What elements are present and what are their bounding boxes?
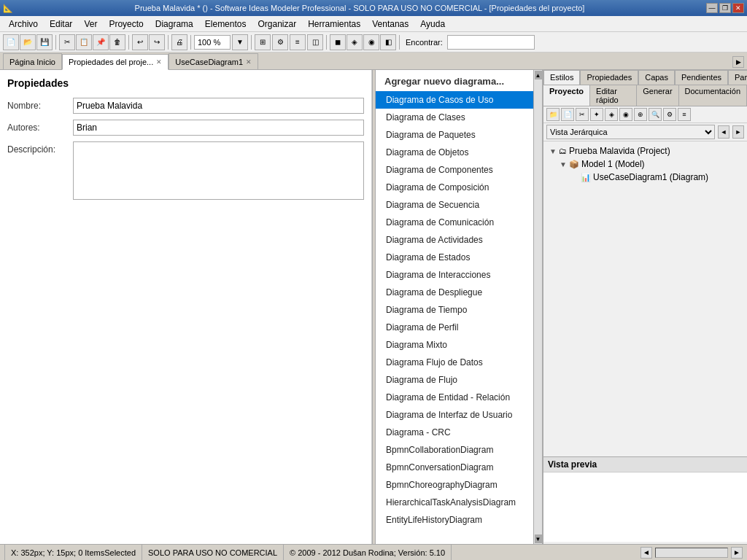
zoom-input[interactable] [194, 35, 231, 50]
menu-item-archivo[interactable]: Archivo [3, 16, 44, 31]
another-button[interactable]: ◫ [307, 34, 323, 50]
tab-nav-button[interactable]: ▶ [732, 56, 744, 68]
search-next-btn[interactable]: ► [731, 547, 743, 559]
tab-close-icon[interactable]: ✕ [246, 58, 252, 66]
diagram-item-diagrama-de-objetos[interactable]: Diagrama de Objetos [376, 144, 533, 161]
rt-btn-2[interactable]: 📄 [561, 108, 574, 121]
diagram-item-diagrama-de-comunicación[interactable]: Diagrama de Comunicación [376, 214, 533, 231]
rt-btn-7[interactable]: ⊕ [634, 108, 647, 121]
diagram-item-diagrama-de-flujo[interactable]: Diagrama de Flujo [376, 371, 533, 389]
diagram-item-diagrama-de-actividades[interactable]: Diagrama de Actividades [376, 231, 533, 249]
diagram-item-diagrama-de-secuencia[interactable]: Diagrama de Secuencia [376, 196, 533, 214]
close-button[interactable]: ✕ [732, 3, 744, 13]
diagram-item-diagrama-de-clases[interactable]: Diagrama de Clases [376, 109, 533, 126]
rt-btn-4[interactable]: ✦ [590, 108, 603, 121]
view-btn-1[interactable]: ◼ [330, 34, 346, 50]
tree-item-model-1-(model)[interactable]: ▼📦Model 1 (Model) [546, 158, 744, 171]
diagram-list-scrollbar[interactable]: ▲ ▼ [533, 70, 542, 544]
minimize-button[interactable]: — [706, 3, 718, 13]
diagram-item-diagrama-de-interfaz-de-usuario[interactable]: Diagrama de Interfaz de Usuario [376, 406, 533, 424]
menu-item-elementos[interactable]: Elementos [199, 16, 252, 31]
diagram-item-bpmnchoreographydiagram[interactable]: BpmnChoreographyDiagram [376, 476, 533, 494]
menu-item-herramientas[interactable]: Herramientas [302, 16, 366, 31]
sub-tab-documentación[interactable]: Documentación [679, 85, 747, 106]
menu-item-ventanas[interactable]: Ventanas [366, 16, 414, 31]
diagram-item-diagrama-flujo-de-datos[interactable]: Diagrama Flujo de Datos [376, 354, 533, 371]
diagram-item-diagrama---crc[interactable]: Diagrama - CRC [376, 424, 533, 441]
menu-item-organizar[interactable]: Organizar [252, 16, 302, 31]
save-button[interactable]: 💾 [36, 34, 53, 50]
right-tab-pendientes[interactable]: Pendientes [675, 70, 728, 85]
diagram-item-diagrama-de-despliegue[interactable]: Diagrama de Despliegue [376, 284, 533, 301]
redo-button[interactable]: ↪ [149, 34, 165, 50]
right-tab-capas[interactable]: Capas [638, 70, 675, 85]
autores-input[interactable] [73, 120, 364, 136]
view-btn-2[interactable]: ◈ [347, 34, 363, 50]
menu-item-diagrama[interactable]: Diagrama [150, 16, 199, 31]
right-tab-estilos[interactable]: Estilos [543, 70, 580, 85]
diagram-item-diagrama-de-componentes[interactable]: Diagrama de Componentes [376, 161, 533, 179]
rt-btn-8[interactable]: 🔍 [649, 108, 662, 121]
undo-button[interactable]: ↩ [132, 34, 148, 50]
view-nav-next[interactable]: ► [732, 125, 744, 139]
titlebar-controls[interactable]: — ❐ ✕ [706, 3, 744, 13]
tab-close-icon[interactable]: ✕ [156, 58, 162, 66]
diagram-item-diagrama-de-interacciones[interactable]: Diagrama de Interacciones [376, 266, 533, 284]
print-button[interactable]: 🖨 [171, 34, 187, 50]
diagram-item-bpmnconversationdiagram[interactable]: BpmnConversationDiagram [376, 459, 533, 476]
rt-btn-10[interactable]: ≡ [678, 108, 691, 121]
menu-item-ayuda[interactable]: Ayuda [414, 16, 451, 31]
rt-btn-1[interactable]: 📁 [546, 108, 560, 121]
scroll-down[interactable]: ▼ [535, 534, 542, 543]
nombre-input[interactable] [73, 98, 364, 114]
open-button[interactable]: 📂 [20, 34, 36, 50]
settings-button[interactable]: ⚙ [272, 34, 288, 50]
diagram-item-entitylifehistorydiagram[interactable]: EntityLifeHistoryDiagram [376, 511, 533, 529]
more-button[interactable]: ≡ [290, 34, 306, 50]
diagram-item-diagrama-de-tiempo[interactable]: Diagrama de Tiempo [376, 301, 533, 319]
view-btn-3[interactable]: ◉ [363, 34, 379, 50]
rt-btn-5[interactable]: ◈ [605, 108, 618, 121]
tab-usecasediagram1[interactable]: UseCaseDiagram1✕ [169, 53, 258, 69]
find-input[interactable] [447, 35, 535, 50]
menu-item-proyecto[interactable]: Proyecto [103, 16, 149, 31]
grid-button[interactable]: ⊞ [255, 34, 271, 50]
tree-item-usecasediagram1-(diagram)[interactable]: 📊UseCaseDiagram1 (Diagram) [546, 171, 744, 184]
diagram-item-diagrama-de-estados[interactable]: Diagrama de Estados [376, 249, 533, 266]
view-nav-prev[interactable]: ◄ [718, 125, 729, 139]
tab-página-inicio[interactable]: Página Inicio [3, 53, 62, 69]
rt-btn-6[interactable]: ◉ [619, 108, 632, 121]
zoom-dropdown[interactable]: ▼ [232, 34, 248, 50]
paste-button[interactable]: 📌 [93, 34, 109, 50]
menu-item-ver[interactable]: Ver [78, 16, 103, 31]
sub-tab-proyecto[interactable]: Proyecto [543, 85, 590, 106]
tree-item-prueba-malavida-(project)[interactable]: ▼🗂Prueba Malavida (Project) [546, 144, 744, 158]
tab-propiedades-del-proje...[interactable]: Propiedades del proje...✕ [62, 54, 169, 70]
descripcion-input[interactable] [73, 141, 364, 200]
diagram-item-diagrama-de-perfil[interactable]: Diagrama de Perfil [376, 319, 533, 336]
diagram-item-diagrama-de-composición[interactable]: Diagrama de Composición [376, 179, 533, 196]
maximize-button[interactable]: ❐ [719, 3, 731, 13]
search-prev-btn[interactable]: ◄ [640, 547, 652, 559]
diagram-item-diagrama-de-entidad---relación[interactable]: Diagrama de Entidad - Relación [376, 389, 533, 406]
sub-tab-generar[interactable]: Generar [637, 85, 678, 106]
cut-button[interactable]: ✂ [59, 34, 75, 50]
diagram-item-diagrama-mixto[interactable]: Diagrama Mixto [376, 336, 533, 354]
copy-button[interactable]: 📋 [76, 34, 92, 50]
rt-btn-9[interactable]: ⚙ [663, 108, 676, 121]
new-button[interactable]: 📄 [3, 34, 19, 50]
diagram-item-diagrama-de-paquetes[interactable]: Diagrama de Paquetes [376, 126, 533, 144]
diagram-item-bpmncollaborationdiagram[interactable]: BpmnCollaborationDiagram [376, 441, 533, 459]
view-btn-4[interactable]: ◧ [380, 34, 396, 50]
sub-tab-editar-rápido[interactable]: Editar rápido [590, 85, 637, 106]
scroll-up[interactable]: ▲ [535, 71, 542, 79]
diagram-item-diagrama-de-casos-de-uso[interactable]: Diagrama de Casos de Uso [376, 91, 533, 109]
view-selector[interactable]: Vista JerárquicaVista PlanaVista Alfabét… [546, 125, 715, 139]
diagram-item-hierarchicaltaskanalysisdiagram[interactable]: HierarchicalTaskAnalysisDiagram [376, 494, 533, 511]
right-tab-parser[interactable]: Parser [728, 70, 747, 85]
rt-btn-3[interactable]: ✂ [576, 108, 589, 121]
right-tab-propiedades[interactable]: Propiedades [580, 70, 638, 85]
menu-item-editar[interactable]: Editar [44, 16, 78, 31]
tree-expand-icon[interactable]: ▼ [560, 160, 567, 168]
delete-button[interactable]: 🗑 [109, 34, 125, 50]
